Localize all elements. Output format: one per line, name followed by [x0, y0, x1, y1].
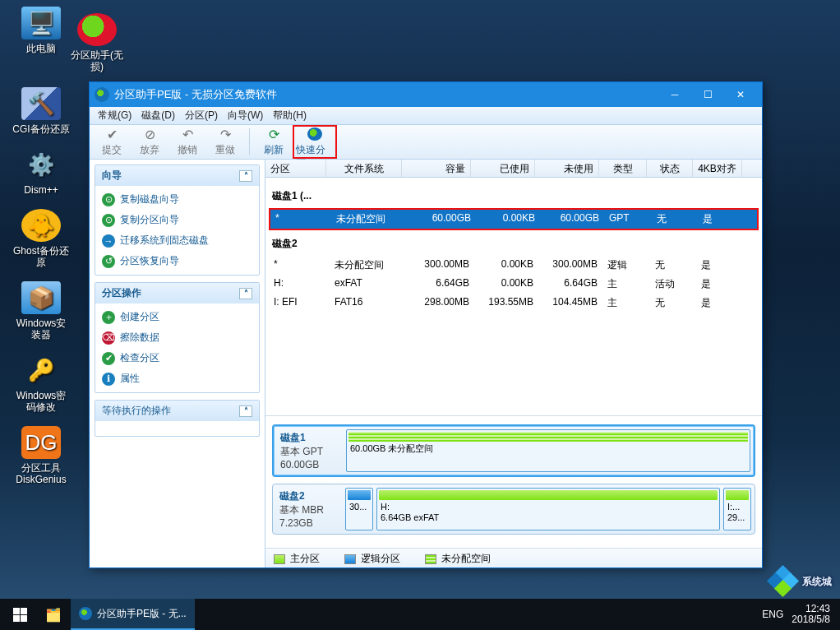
- wiz-recover[interactable]: ↺分区恢复向导: [97, 251, 257, 271]
- taskbar-app-button[interactable]: 分区助手PE版 - 无...: [71, 599, 195, 630]
- col-partition[interactable]: 分区: [265, 160, 326, 177]
- col-free[interactable]: 未使用: [535, 160, 599, 177]
- desktop-icon-computer[interactable]: 🖥️此电脑: [12, 7, 71, 54]
- tray: ENG 12:43 2018/5/8: [762, 604, 837, 625]
- collapse-button[interactable]: ˄: [239, 405, 252, 417]
- legend-primary: 主分区: [290, 552, 320, 566]
- disk2-row-2[interactable]: H:exFAT6.64GB0.00KB6.64GB主活动是: [269, 275, 759, 294]
- quick-icon: [307, 127, 323, 141]
- undo-icon: ↶: [179, 127, 196, 141]
- disk2-block[interactable]: 磁盘2 基本 MBR 7.23GB 30... H: 6.64GB exFAT: [272, 484, 755, 535]
- disk2-row-1[interactable]: *未分配空间300.00MB0.00KB300.00MB逻辑无是: [269, 256, 759, 275]
- col-type[interactable]: 类型: [599, 160, 647, 177]
- wiz-copy-part[interactable]: ⊙复制分区向导: [97, 210, 257, 230]
- tb-refresh[interactable]: ⟳刷新: [255, 125, 293, 159]
- tb-commit[interactable]: ✔提交: [93, 125, 131, 159]
- discard-icon: ⊘: [141, 127, 158, 141]
- taskbar: 🗂️ 分区助手PE版 - 无... ENG 12:43 2018/5/8: [0, 599, 840, 630]
- desktop-icon-dism[interactable]: ⚙️Dism++: [12, 148, 71, 196]
- app-icon: [79, 607, 92, 620]
- legend-unalloc-swatch: [425, 554, 436, 564]
- diamond-icon: [769, 567, 797, 595]
- taskbar-explorer-icon[interactable]: 🗂️: [36, 599, 71, 630]
- legend-logical: 逻辑分区: [361, 552, 400, 566]
- menu-help[interactable]: 帮助(H): [268, 107, 312, 124]
- legend-logical-swatch: [344, 554, 356, 564]
- check-icon: ✔: [104, 127, 120, 141]
- panel-pending-title: 等待执行的操作: [102, 404, 171, 418]
- maximize-button[interactable]: ☐: [691, 83, 724, 106]
- redo-icon: ↷: [217, 127, 233, 141]
- panel-partops-title: 分区操作: [102, 286, 141, 300]
- tb-discard[interactable]: ⊘放弃: [131, 125, 168, 159]
- col-capacity[interactable]: 容量: [402, 160, 471, 177]
- wiz-migrate[interactable]: →迁移系统到固态磁盘: [97, 230, 257, 251]
- tb-redo[interactable]: ↷重做: [206, 125, 244, 159]
- right-pane: 分区 文件系统 容量 已使用 未使用 类型 状态 4KB对齐 磁盘1 (... …: [265, 160, 762, 567]
- desktop-icon-winpwd[interactable]: 🔑Windows密码修改: [12, 354, 71, 413]
- toolbar-separator: [249, 128, 250, 155]
- desktop-icon-diskgenius[interactable]: DG分区工具DiskGenius: [12, 426, 71, 485]
- part-copy-icon: ⊙: [102, 214, 115, 227]
- menu-disk[interactable]: 磁盘(D): [136, 107, 180, 124]
- disk1-row-unalloc[interactable]: * 未分配空间 60.00GB 0.00KB 60.00GB GPT 无 是: [270, 210, 757, 229]
- disk-bars: 磁盘1 基本 GPT 60.00GB 60.00GB 未分配空间 磁盘2: [265, 415, 762, 548]
- panel-pending: 等待执行的操作˄: [95, 400, 260, 437]
- create-icon: ＋: [102, 311, 115, 324]
- menu-partition[interactable]: 分区(P): [180, 107, 223, 124]
- windows-logo-icon: [13, 608, 27, 622]
- col-filesystem[interactable]: 文件系统: [326, 160, 402, 177]
- col-status[interactable]: 状态: [647, 160, 693, 177]
- disk1-block[interactable]: 磁盘1 基本 GPT 60.00GB 60.00GB 未分配空间: [272, 424, 755, 477]
- wiz-copy-disk[interactable]: ⊙复制磁盘向导: [97, 189, 257, 210]
- disk1-name: 磁盘1: [280, 431, 339, 445]
- app-icon: [95, 87, 109, 102]
- tray-clock[interactable]: 12:43 2018/5/8: [792, 604, 830, 625]
- disk2-seg3[interactable]: I:... 29...: [723, 488, 751, 530]
- menu-wizard[interactable]: 向导(W): [223, 107, 268, 124]
- window-title: 分区助手PE版 - 无损分区免费软件: [114, 87, 658, 102]
- desktop-icon-wininst[interactable]: 📦Windows安装器: [12, 281, 71, 340]
- disk2-seg2[interactable]: H: 6.64GB exFAT: [376, 488, 720, 530]
- op-check[interactable]: ✔检查分区: [97, 348, 257, 368]
- desktop-icon-partition-assist[interactable]: 分区助手(无损): [67, 13, 127, 72]
- grid-body: 磁盘1 (... * 未分配空间 60.00GB 0.00KB 60.00GB …: [265, 178, 762, 415]
- app-window: 分区助手PE版 - 无损分区免费软件 ─ ☐ ✕ 常规(G) 磁盘(D) 分区(…: [89, 81, 763, 568]
- disk2-seg1[interactable]: 30...: [345, 488, 373, 530]
- props-icon: ℹ: [102, 373, 115, 386]
- col-4kalign[interactable]: 4KB对齐: [693, 160, 742, 177]
- wipe-icon: ⌫: [102, 331, 115, 345]
- desktop-icon-cgi[interactable]: 🔨CGI备份还原: [12, 87, 71, 135]
- desktop: 🖥️此电脑 分区助手(无损) 🔨CGI备份还原 ⚙️Dism++ 🐥Ghost备…: [0, 0, 82, 498]
- left-pane: 向导˄ ⊙复制磁盘向导 ⊙复制分区向导 →迁移系统到固态磁盘 ↺分区恢复向导 分…: [90, 160, 265, 567]
- toolbar: ✔提交 ⊘放弃 ↶撤销 ↷重做 ⟳刷新 快速分区: [90, 125, 762, 160]
- refresh-icon: ⟳: [265, 127, 282, 141]
- recover-icon: ↺: [102, 255, 115, 268]
- panel-part-ops: 分区操作˄ ＋创建分区 ⌫擦除数据 ✔检查分区 ℹ属性: [95, 282, 260, 393]
- collapse-button[interactable]: ˄: [239, 170, 252, 182]
- tb-undo[interactable]: ↶撤销: [168, 125, 206, 159]
- disk2-label[interactable]: 磁盘2: [269, 230, 759, 256]
- op-props[interactable]: ℹ属性: [97, 368, 257, 389]
- collapse-button[interactable]: ˄: [239, 288, 252, 299]
- disk1-seg-unalloc[interactable]: 60.00GB 未分配空间: [346, 429, 750, 472]
- panel-wizard-title: 向导: [102, 169, 122, 183]
- legend-unalloc: 未分配空间: [441, 552, 491, 566]
- menubar: 常规(G) 磁盘(D) 分区(P) 向导(W) 帮助(H): [90, 107, 762, 125]
- minimize-button[interactable]: ─: [658, 83, 691, 106]
- desktop-icon-ghost[interactable]: 🐥Ghost备份还原: [12, 209, 71, 268]
- titlebar: 分区助手PE版 - 无损分区免费软件 ─ ☐ ✕: [90, 82, 762, 107]
- close-button[interactable]: ✕: [724, 83, 757, 106]
- disk2-row-3[interactable]: I: EFIFAT16298.00MB193.55MB104.45MB主无是: [269, 294, 759, 313]
- watermark: 系统城: [769, 567, 832, 595]
- col-used[interactable]: 已使用: [471, 160, 535, 177]
- tray-lang[interactable]: ENG: [762, 609, 783, 620]
- start-button[interactable]: [3, 599, 36, 630]
- legend-primary-swatch: [274, 554, 285, 564]
- disk1-label[interactable]: 磁盘1 (...: [269, 183, 759, 208]
- disk2-name: 磁盘2: [279, 489, 339, 503]
- op-wipe[interactable]: ⌫擦除数据: [97, 327, 257, 348]
- menu-general[interactable]: 常规(G): [93, 107, 136, 124]
- op-create[interactable]: ＋创建分区: [97, 307, 257, 327]
- highlight-red-row: * 未分配空间 60.00GB 0.00KB 60.00GB GPT 无 是: [269, 208, 759, 230]
